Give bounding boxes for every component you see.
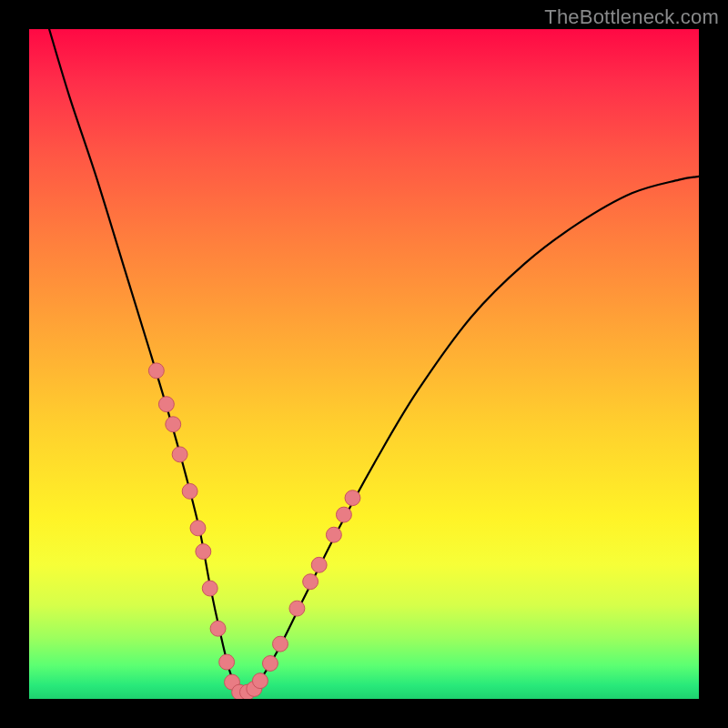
watermark-text: TheBottleneck.com (544, 5, 719, 29)
data-marker (326, 527, 341, 542)
data-marker (252, 673, 268, 689)
data-marker (182, 483, 197, 499)
data-marker (172, 447, 187, 462)
data-marker (148, 363, 164, 379)
plot-area (29, 29, 699, 699)
bottleneck-curve (49, 29, 699, 694)
data-marker (219, 654, 235, 670)
data-marker (303, 574, 318, 590)
data-marker (158, 397, 174, 412)
data-markers (148, 363, 360, 699)
data-marker (273, 636, 288, 652)
data-marker (202, 581, 217, 596)
data-marker (210, 621, 226, 636)
chart-svg (29, 29, 699, 699)
data-marker (262, 656, 278, 672)
data-marker (345, 490, 360, 506)
chart-frame: TheBottleneck.com (0, 0, 728, 728)
data-marker (166, 417, 181, 432)
data-marker (336, 507, 351, 522)
data-marker (311, 557, 327, 572)
data-marker (196, 544, 211, 560)
data-marker (289, 601, 305, 616)
data-marker (190, 521, 206, 536)
